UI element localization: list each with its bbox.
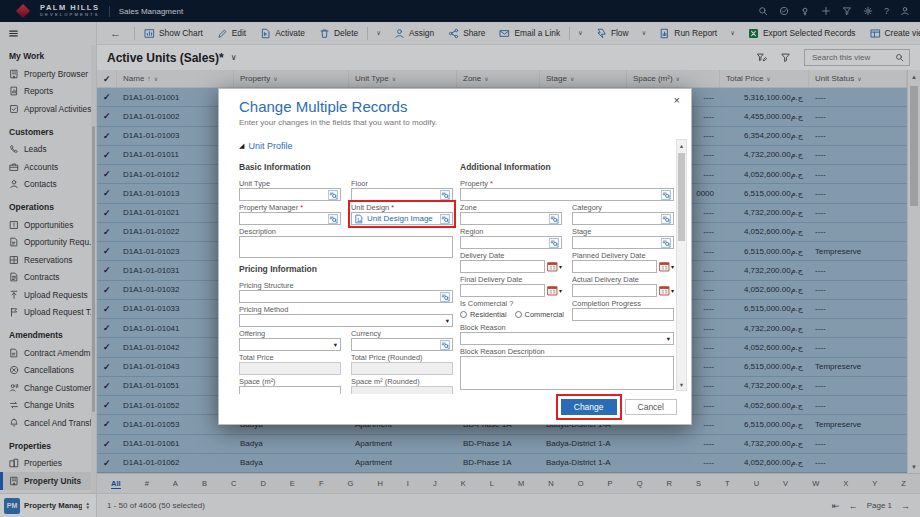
field-space-m-rounded: Space m² (Rounded) (351, 377, 453, 394)
calendar-icon[interactable] (659, 285, 670, 296)
field-label: Property Manager* (239, 203, 341, 212)
zone-input[interactable] (460, 212, 562, 225)
field-block-reason-description: Block Reason Description (460, 347, 674, 390)
unit-design-input[interactable]: Unit Design Image (351, 212, 453, 225)
scroll-up-icon[interactable]: ▲ (677, 140, 686, 151)
completion-progress-input[interactable] (572, 308, 674, 321)
field-row: Building NumberFlat Number (460, 392, 674, 394)
calendar-button[interactable]: ▾ (547, 285, 562, 296)
collapse-triangle-icon: ◢ (239, 142, 244, 150)
doc-image-icon (354, 214, 364, 224)
space-m-input[interactable] (239, 386, 341, 394)
final-delivery-date-input[interactable] (460, 284, 545, 297)
close-icon[interactable]: × (674, 95, 680, 106)
pricing-method-select[interactable]: ▾ (239, 314, 453, 327)
section-unit-profile[interactable]: ◢ Unit Profile (239, 141, 674, 151)
radio-commercial[interactable]: Commercial (515, 310, 564, 319)
unit-type-input[interactable] (239, 188, 341, 201)
field-label-text: Building Number (460, 392, 515, 394)
dialog-title: Change Multiple Records (239, 98, 691, 115)
field-total-price-rounded: Total Price (Rounded) (351, 353, 453, 375)
field-label: Actual Delivery Date (572, 275, 674, 284)
calendar-icon[interactable] (547, 261, 558, 272)
field-label: Delivery Date (460, 251, 562, 260)
delivery-date-input[interactable] (460, 260, 545, 273)
field-label: Total Price (239, 353, 341, 362)
region-input[interactable] (460, 236, 562, 249)
offering-select[interactable]: ▾ (239, 338, 341, 351)
field-label: Block Reason Description (460, 347, 674, 356)
actual-delivery-date-input[interactable] (572, 284, 657, 297)
radio-label: Residential (470, 310, 507, 319)
field-region: Region (460, 227, 562, 249)
radio-circle-icon[interactable] (460, 311, 467, 318)
field-label: Zone (460, 203, 562, 212)
field-label: Completion Progress (572, 299, 674, 308)
dialog-right-column: Additional InformationProperty*ZoneCateg… (460, 160, 674, 394)
calendar-icon[interactable] (659, 261, 670, 272)
lookup-icon[interactable] (440, 292, 450, 302)
field-label-text: Total Price (239, 353, 274, 362)
field-label: Space m² (Rounded) (351, 377, 453, 386)
dialog-footer: Change Cancel (561, 399, 677, 415)
field-space-m: Space (m²) (239, 377, 341, 394)
category-input[interactable] (572, 212, 674, 225)
field-label: Building Number (460, 392, 562, 394)
dialog-subtitle: Enter your changes in the fields that yo… (239, 118, 691, 127)
currency-input[interactable] (351, 338, 453, 351)
change-button[interactable]: Change (561, 399, 617, 415)
field-label-text: Stage (572, 227, 591, 236)
field-row: RegionStage (460, 227, 674, 249)
lookup-icon[interactable] (661, 238, 671, 248)
pricing-structure-input[interactable] (239, 290, 453, 303)
lookup-icon[interactable] (328, 190, 338, 200)
cancel-button[interactable]: Cancel (625, 399, 677, 415)
property-manager-input[interactable] (239, 212, 341, 225)
planned-delivery-date-input[interactable] (572, 260, 657, 273)
stage-input[interactable] (572, 236, 674, 249)
lookup-icon[interactable] (549, 214, 559, 224)
field-label-text: Block Reason (460, 323, 506, 332)
field-row: Total PriceTotal Price (Rounded) (239, 353, 453, 375)
field-label: Region (460, 227, 562, 236)
floor-input[interactable] (351, 188, 453, 201)
dialog-scrollbar[interactable]: ▲ ▼ (676, 139, 687, 391)
lookup-icon[interactable] (661, 214, 671, 224)
calendar-button[interactable]: ▾ (547, 261, 562, 272)
field-row: Final Delivery Date▾Actual Delivery Date… (460, 275, 674, 297)
lookup-icon[interactable] (440, 340, 450, 350)
field-label: Pricing Method (239, 305, 453, 314)
field-label: Description (239, 227, 453, 236)
lookup-icon[interactable] (440, 190, 450, 200)
field-building-number: Building Number (460, 392, 562, 394)
field-label-text: Is Commercial ? (460, 299, 513, 308)
field-label-text: Block Reason Description (460, 347, 545, 356)
radio-circle-icon[interactable] (515, 311, 522, 318)
field-row: Unit TypeFloor (239, 179, 453, 201)
field-actual-delivery-date: Actual Delivery Date▾ (572, 275, 674, 297)
block-reason-description-textarea[interactable] (460, 356, 674, 390)
scroll-down-icon[interactable]: ▼ (677, 379, 686, 390)
radio-residential[interactable]: Residential (460, 310, 507, 319)
field-description: Description (239, 227, 453, 258)
required-asterisk: * (490, 179, 493, 188)
field-label: Category (572, 203, 674, 212)
field-label-text: Unit Design (351, 203, 389, 212)
field-value: Unit Design Image (354, 214, 433, 224)
lookup-icon[interactable] (440, 214, 450, 224)
calendar-icon[interactable] (547, 285, 558, 296)
calendar-button[interactable]: ▾ (659, 285, 674, 296)
lookup-icon[interactable] (328, 214, 338, 224)
field-label: Stage (572, 227, 674, 236)
field-row: Pricing Method▾ (239, 305, 453, 327)
property-input[interactable] (460, 188, 674, 201)
lookup-icon[interactable] (549, 238, 559, 248)
description-textarea[interactable] (239, 236, 453, 258)
field-delivery-date: Delivery Date▾ (460, 251, 562, 273)
field-property: Property* (460, 179, 674, 201)
calendar-button[interactable]: ▾ (659, 261, 674, 272)
block-reason-select[interactable]: ▾ (460, 332, 674, 345)
field-row: Offering▾Currency (239, 329, 453, 351)
scrollbar-thumb[interactable] (678, 153, 685, 241)
lookup-icon[interactable] (661, 190, 671, 200)
